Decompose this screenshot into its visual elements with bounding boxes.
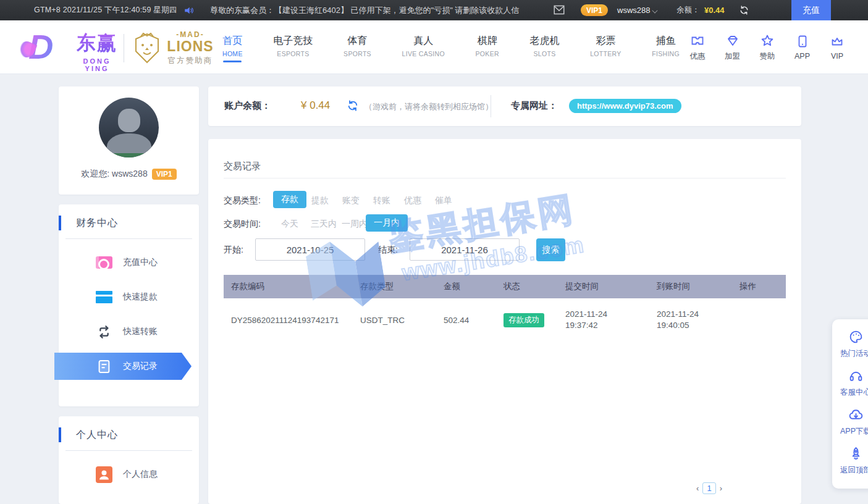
mad-lions-lion-icon [131,30,163,65]
floating-side-panel: 热门活动 客服中心 APP下载 返回顶部 [832,319,868,489]
sidebar-item-quick-transfer[interactable]: 快速转账 [59,314,199,349]
float-customer-service[interactable]: 客服中心 [832,364,868,403]
table-header-row: 存款编码 存款类型 金额 状态 提交时间 到账时间 操作 [224,275,786,298]
start-date-input[interactable] [255,238,365,261]
avatar[interactable] [99,98,159,158]
palette-icon [848,329,864,345]
cell-amount: 502.44 [444,316,504,325]
refresh-balance-icon[interactable] [739,5,749,15]
accent-bar [59,427,61,442]
transfer-arrows-icon [96,324,112,340]
divider [65,450,192,451]
phone-icon [795,34,810,49]
cell-submit-time: 2021-11-24 19:37:42 [565,309,657,331]
time-filter-label: 交易时间: [224,219,261,230]
type-filter-row: 交易类型: 存款 提款 账变 转账 优惠 催单 [208,191,801,209]
time-tab-today[interactable]: 今天 [281,219,298,230]
page: GTM+8 2021/11/25 下午12:40:59 星期四 尊敬的东赢会员：… [0,0,868,504]
cloud-download-icon [848,407,864,422]
brand-name: 东赢 DONG YING [73,30,121,72]
transaction-records-card: 交易记录 交易类型: 存款 提款 账变 转账 优惠 催单 交易时间: 今天 三天… [208,139,801,504]
balance-bar: 账户余额： ¥ 0.44 （游戏前，请将余额转到相应场馆） 专属网址： http… [208,86,801,126]
rocket-icon [848,446,864,461]
end-date-input[interactable] [410,238,520,261]
personal-menu: 个人信息 [59,457,199,492]
cell-status: 存款成功 [504,313,565,327]
col-header-submit-time: 提交时间 [565,281,657,292]
nav-vip[interactable]: VIP [822,34,853,61]
dongying-logo[interactable]: D [17,28,69,66]
type-tab-transfer[interactable]: 转账 [373,195,390,206]
col-header-status: 状态 [504,281,565,292]
type-tab-account-change[interactable]: 账变 [342,195,360,206]
diamond-icon [725,33,740,48]
balance-label: 余额： [676,5,700,15]
headset-icon [848,368,864,384]
nav-join[interactable]: 加盟 [717,33,748,62]
recharge-card-icon [96,254,112,271]
exclusive-url-label: 专属网址： [511,100,557,112]
account-balance-value: ¥ 0.44 [301,99,330,112]
float-back-to-top[interactable]: 返回顶部 [832,442,868,481]
person-icon [96,466,112,483]
sidebar-item-quick-withdraw[interactable]: 快速提款 [59,280,199,314]
speaker-icon [183,5,195,16]
refresh-icon[interactable] [347,99,359,112]
float-hot-activities[interactable]: 热门活动 [832,326,868,364]
vip-level-badge: VIP1 [581,4,608,16]
nav-slots[interactable]: 老虎机 SLOTS [530,32,560,62]
personal-center-card: 个人中心 个人信息 [59,416,199,504]
chevron-down-icon[interactable] [652,7,657,13]
crown-icon [830,34,845,49]
pagination: ‹ 1 › [696,482,722,494]
exclusive-url-pill[interactable]: https://www.dyvip73.com [569,99,681,113]
balance-note: （游戏前，请将余额转到相应场馆） [364,101,493,112]
prev-page-button[interactable]: ‹ [696,484,699,493]
page-number[interactable]: 1 [702,482,715,494]
nav-sponsor[interactable]: 赞助 [752,33,783,62]
vip-badge: VIP1 [152,169,177,180]
sidebar-item-recharge-center[interactable]: 充值中心 [59,245,199,280]
nav-fishing[interactable]: 捕鱼 FISHING [652,32,680,62]
top-bar: GTM+8 2021/11/25 下午12:40:59 星期四 尊敬的东赢会员：… [0,0,868,20]
nav-lottery[interactable]: 彩票 LOTTERY [590,32,621,62]
star-icon [760,33,775,48]
username[interactable]: wsws288 [617,6,650,15]
time-tab-3days[interactable]: 三天内 [311,219,337,230]
nav-home[interactable]: 首页 HOME [222,32,243,62]
ticket-icon [690,33,705,48]
nav-sports[interactable]: 体育 SPORTS [343,32,371,62]
type-tab-withdraw[interactable]: 提款 [311,195,329,206]
type-filter-label: 交易类型: [224,195,261,206]
nav-poker[interactable]: 棋牌 POKER [476,32,499,62]
date-range-row: 开始: 结束: 搜索 [208,238,801,261]
next-page-button[interactable]: › [720,484,722,493]
sidebar-item-transaction-records[interactable]: 交易记录 [59,353,199,380]
time-tab-1week[interactable]: 一周内 [342,219,368,230]
withdraw-card-icon [96,289,112,306]
nav-live-casino[interactable]: 真人 LIVE CASINO [402,32,445,62]
sidebar-item-personal-info[interactable]: 个人信息 [59,457,199,492]
divider [65,238,192,239]
nav-esports[interactable]: 电子竞技 ESPORTS [273,32,313,62]
type-tab-promo[interactable]: 优惠 [404,195,421,206]
account-balance-label: 账户余额： [224,100,271,112]
recharge-button[interactable]: 充值 [791,0,831,20]
cell-deposit-type: USDT_TRC [360,316,444,325]
status-badge: 存款成功 [504,313,544,327]
search-button[interactable]: 搜索 [536,238,565,261]
time-tab-1month[interactable]: 一月内 [366,214,408,232]
finance-center-card: 财务中心 充值中心 快速提款 快速转账 [59,204,199,406]
mail-icon[interactable] [553,4,565,15]
type-tab-deposit[interactable]: 存款 [273,191,306,208]
float-app-download[interactable]: APP下载 [832,403,868,442]
type-tab-urge[interactable]: 催单 [435,195,452,206]
section-header-finance: 财务中心 [59,216,118,230]
finance-menu: 充值中心 快速提款 快速转账 交易记录 [59,245,199,384]
welcome-text: 欢迎您: wsws288 [81,169,147,180]
nav-app[interactable]: APP [787,34,818,61]
section-header-personal: 个人中心 [59,427,118,442]
nav-promo[interactable]: 优惠 [682,33,713,62]
document-icon [96,358,112,375]
end-date-label: 结束: [378,245,398,256]
